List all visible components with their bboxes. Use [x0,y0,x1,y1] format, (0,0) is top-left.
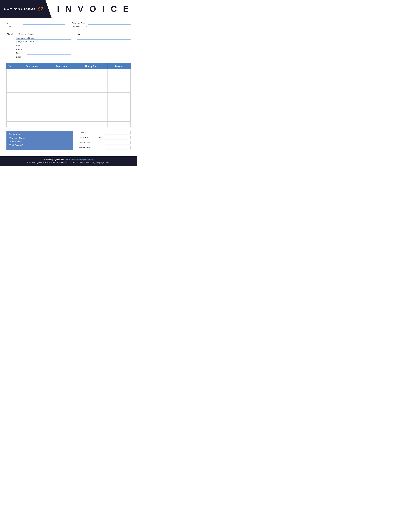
due-date-label: Due Date [72,26,86,28]
client-city: [City, ST, ZIP Code] [16,40,34,43]
due-date-field: Due Date : [72,25,131,28]
grand-total-value-box[interactable] [105,146,131,150]
client-address: [Company Address] [16,37,34,39]
col-description: Description [16,63,47,69]
no-field: No : [6,22,65,25]
client-fax-line[interactable] [27,52,71,55]
client-fields: [Company Address] [City, ST, ZIP Code] A… [16,37,71,58]
no-label: No [6,22,21,24]
col-total-hour: Total Hour [47,63,75,69]
due-date-value-line[interactable] [88,25,131,28]
client-attn-line[interactable] [27,44,71,47]
footer-section: Payment to : [Company Name] [Bank Name] … [0,129,137,152]
footer-company-name: Company System Inc. [44,159,65,161]
job-line-4[interactable] [77,44,131,47]
state-tax-label: State Tax [79,136,96,139]
total-label: Total [79,131,96,134]
federal-tax-row: Federal Tax [79,141,131,144]
job-line-2[interactable] [77,37,131,40]
client-company-name-line[interactable]: [Company Name] [18,33,71,36]
svg-point-0 [37,6,43,11]
client-attn-label: Attn [16,45,24,47]
payment-terms-field: Payment Terms : [72,22,131,25]
date-value-line[interactable] [23,25,65,28]
footer-company-line: Company System Inc. | http://freewordtem… [3,159,134,161]
client-block: Client : [Company Name] [Company Address… [6,33,71,59]
table-row [7,69,131,75]
invoice-table: No Description Total Hour Hourly Rate Am… [6,63,131,127]
col-hourly-rate: Hourly Rate [76,63,107,69]
date-label: Date [6,26,21,28]
job-row-3 [77,40,131,43]
table-row [7,93,131,98]
footer-website-link[interactable]: http://freewordtemplates.net/ [66,159,93,161]
total-row: Total [79,131,131,134]
payment-bank-account: [Bank Account] [9,143,70,147]
client-job-section: Client : [Company Name] [Company Address… [0,30,137,61]
table-row [7,104,131,110]
client-phone-label: Phone [16,48,24,51]
table-row [7,110,131,116]
job-block: Job : [77,33,131,59]
payment-bank-name: [Bank Name] [9,140,70,143]
table-row [7,98,131,104]
grand-total-label: Grand Total [79,146,96,149]
client-city-line[interactable]: [City, ST, ZIP Code] [16,40,71,43]
totals-block: Total State Tax 3% Federal Tax Grand Tot… [79,131,131,150]
grand-total-row: Grand Total [79,146,131,150]
payment-company-name: [Company Name] [9,136,70,140]
table-row [7,75,131,81]
payment-terms-label: Payment Terms [72,22,86,24]
client-label: Client [6,33,15,36]
job-row-4 [77,44,131,47]
job-row-2 [77,37,131,40]
job-line-1[interactable] [84,33,131,36]
job-line-3[interactable] [77,40,131,43]
federal-tax-value-box[interactable] [105,141,131,144]
header: COMPANY LOGO I N V O I C E [0,0,137,18]
logo-block: COMPANY LOGO [0,0,52,18]
footer-address: 8030 Harrington Rd, Miami, USA | Ph 555-… [3,161,134,164]
logo-text: COMPANY LOGO [4,7,35,11]
client-email-label: Email [16,56,24,58]
invoice-title-block: I N V O I C E [52,0,137,18]
meta-row-2: Date : Due Date : [6,25,131,28]
client-title-row: Client : [Company Name] [6,33,71,36]
state-tax-value-box[interactable] [105,136,131,139]
col-amount: Amount [107,63,131,69]
svg-point-1 [41,7,43,8]
client-fax-row: Fax : [16,52,71,55]
payment-title: Payment to : [9,133,70,136]
job-label: Job [77,33,81,36]
date-field: Date : [6,25,65,28]
col-no: No [7,63,16,69]
table-row [7,87,131,93]
client-phone-row: Phone : [16,48,71,51]
client-email-line[interactable] [27,55,71,58]
client-fax-label: Fax [16,52,24,54]
meta-row-1: No : Payment Terms : [6,22,131,25]
client-phone-line[interactable] [27,48,71,51]
client-attn-row: Attn : [16,44,71,47]
table-row [7,122,131,127]
payment-box: Payment to : [Company Name] [Bank Name] … [6,131,73,150]
table-row [7,116,131,122]
invoice-title: I N V O I C E [57,4,131,14]
logo-orbit-icon [37,6,43,12]
client-address-row: [Company Address] [16,37,71,40]
table-header-row: No Description Total Hour Hourly Rate Am… [7,63,131,69]
state-tax-row: State Tax 3% [79,136,131,139]
table-section: No Description Total Hour Hourly Rate Am… [0,61,137,129]
no-value-line[interactable] [23,22,65,25]
job-title-row: Job : [77,33,131,36]
payment-terms-value-line[interactable] [88,22,131,25]
client-email-row: Email : [16,55,71,58]
total-value-box[interactable] [105,131,131,134]
federal-tax-label: Federal Tax [79,141,96,144]
state-tax-percent: 3% [98,136,101,139]
client-address-line[interactable]: [Company Address] [16,37,71,40]
page-footer: Company System Inc. | http://freewordtem… [0,156,137,166]
meta-section: No : Payment Terms : Date : Due Date : [0,18,137,30]
client-company-name: [Company Name] [18,33,34,35]
client-city-row: [City, ST, ZIP Code] [16,40,71,43]
